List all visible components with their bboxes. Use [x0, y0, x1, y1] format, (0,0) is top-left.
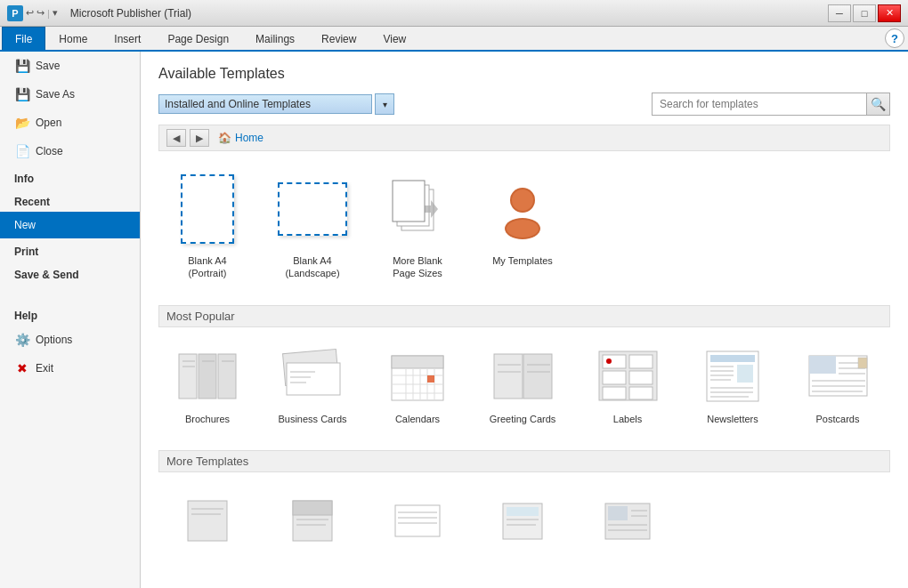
- svg-rect-15: [287, 363, 340, 395]
- template-label-landscape: Blank A4(Landscape): [285, 254, 339, 280]
- sidebar-item-options[interactable]: ⚙️ Options: [0, 326, 140, 354]
- template-calendars[interactable]: Calendars: [369, 338, 466, 432]
- template-thumb-my-templates: [482, 169, 563, 249]
- sidebar-section-save-send[interactable]: Save & Send: [0, 262, 140, 285]
- sidebar-item-save[interactable]: 💾 Save: [0, 52, 140, 80]
- new-label: New: [14, 219, 36, 231]
- sidebar-item-open[interactable]: 📂 Open: [0, 109, 140, 137]
- filter-select-wrap: Installed and Online Templates Installed…: [158, 93, 394, 115]
- template-greeting-cards[interactable]: Greeting Cards: [474, 338, 572, 432]
- svg-rect-39: [603, 371, 626, 384]
- ribbon-tabs: File Home Insert Page Design Mailings Re…: [0, 27, 908, 52]
- options-label: Options: [36, 334, 72, 346]
- more-template-2-thumb: [277, 490, 348, 552]
- info-label: Info: [14, 173, 34, 185]
- maximize-button[interactable]: □: [853, 4, 876, 22]
- tab-home[interactable]: Home: [45, 27, 101, 50]
- template-blank-a4-portrait[interactable]: Blank A4(Portrait): [158, 162, 256, 287]
- back-button[interactable]: ◀: [166, 129, 186, 147]
- svg-point-6: [507, 220, 539, 238]
- title-bar-left: P ↩ ↪ | ▾ Microsoft Publisher (Trial): [7, 5, 191, 21]
- tab-view[interactable]: View: [369, 27, 419, 50]
- home-nav-link[interactable]: 🏠 Home: [218, 132, 263, 144]
- svg-rect-31: [523, 354, 552, 399]
- sidebar-item-close[interactable]: 📄 Close: [0, 137, 140, 165]
- template-thumb-landscape: [272, 169, 353, 249]
- svg-rect-42: [629, 387, 653, 399]
- template-filter-select[interactable]: Installed and Online Templates Installed…: [158, 94, 372, 114]
- more-template-3[interactable]: [369, 483, 466, 565]
- more-template-5-icon: [601, 496, 654, 545]
- more-template-5[interactable]: [579, 483, 677, 565]
- more-template-1[interactable]: [158, 483, 256, 565]
- calendars-icon: [385, 347, 451, 405]
- help-section-label: Help: [14, 310, 37, 322]
- save-as-icon: 💾: [14, 87, 30, 101]
- most-popular-label: Most Popular: [158, 305, 890, 327]
- title-bar-title: Microsoft Publisher (Trial): [70, 7, 191, 20]
- svg-point-43: [606, 358, 612, 364]
- more-template-2[interactable]: [263, 483, 361, 565]
- search-bar: 🔍: [652, 93, 890, 116]
- more-templates-label: More Templates: [158, 450, 890, 472]
- postcards-icon: [805, 347, 872, 405]
- forward-button[interactable]: ▶: [190, 129, 209, 147]
- window-controls: ─ □ ✕: [828, 4, 901, 22]
- template-blank-a4-landscape[interactable]: Blank A4(Landscape): [263, 162, 361, 287]
- more-template-1-thumb: [172, 490, 243, 552]
- template-label-calendars: Calendars: [395, 413, 440, 425]
- calendars-thumb: [382, 345, 453, 407]
- more-templates-grid: [158, 483, 890, 565]
- tab-review[interactable]: Review: [308, 27, 369, 50]
- help-button[interactable]: ?: [885, 28, 904, 48]
- tab-mailings[interactable]: Mailings: [242, 27, 308, 50]
- svg-rect-55: [809, 356, 836, 374]
- sidebar-label-close: Close: [36, 145, 63, 157]
- exit-label: Exit: [36, 362, 53, 375]
- search-input[interactable]: [653, 95, 866, 113]
- template-labels[interactable]: Labels: [579, 338, 677, 432]
- tab-file[interactable]: File: [2, 27, 45, 50]
- brochures-icon: [174, 347, 241, 405]
- svg-rect-70: [395, 505, 440, 536]
- minimize-button[interactable]: ─: [828, 4, 851, 22]
- close-button[interactable]: ✕: [878, 4, 901, 22]
- sidebar-section-print[interactable]: Print: [0, 238, 140, 262]
- open-icon: 📂: [14, 116, 30, 130]
- search-button[interactable]: 🔍: [866, 93, 889, 115]
- customize-btn[interactable]: ▾: [53, 7, 58, 19]
- more-template-3-icon: [391, 496, 444, 545]
- template-label-newsletters: Newsletters: [707, 413, 758, 425]
- portrait-preview: [181, 174, 234, 244]
- sidebar-item-new[interactable]: New: [0, 212, 140, 238]
- sidebar-section-recent[interactable]: Recent: [0, 189, 140, 212]
- template-label-brochures: Brochures: [185, 413, 230, 425]
- template-label-my-templates: My Templates: [492, 254, 553, 267]
- brochures-thumb: [172, 345, 243, 407]
- svg-rect-41: [603, 387, 626, 399]
- template-more-blank[interactable]: More BlankPage Sizes: [369, 162, 466, 287]
- tab-insert[interactable]: Insert: [101, 27, 154, 50]
- save-icon: 💾: [14, 59, 30, 73]
- template-thumb-more-blank: [377, 169, 458, 249]
- svg-rect-2: [393, 181, 425, 222]
- tab-page-design[interactable]: Page Design: [154, 27, 242, 50]
- undo-btn[interactable]: ↩: [26, 7, 34, 19]
- template-my-templates[interactable]: My Templates: [474, 162, 572, 287]
- more-template-4[interactable]: [474, 483, 572, 565]
- redo-btn[interactable]: ↪: [36, 7, 45, 19]
- sidebar-item-exit[interactable]: ✖ Exit: [0, 354, 140, 383]
- newsletters-thumb: [697, 345, 768, 407]
- page-title: Available Templates: [158, 66, 890, 82]
- svg-rect-29: [427, 375, 434, 383]
- sidebar-section-info[interactable]: Info: [0, 165, 140, 189]
- template-brochures[interactable]: Brochures: [158, 338, 256, 432]
- svg-rect-50: [737, 365, 753, 383]
- template-newsletters[interactable]: Newsletters: [684, 338, 782, 432]
- filter-dropdown-button[interactable]: ▾: [375, 93, 394, 115]
- template-postcards[interactable]: Postcards: [789, 338, 887, 432]
- app-logo: P: [7, 5, 23, 21]
- sidebar-item-save-as[interactable]: 💾 Save As: [0, 80, 140, 109]
- template-business-cards[interactable]: Business Cards: [263, 338, 361, 432]
- sidebar: 💾 Save 💾 Save As 📂 Open 📄 Close Info Rec…: [0, 52, 141, 588]
